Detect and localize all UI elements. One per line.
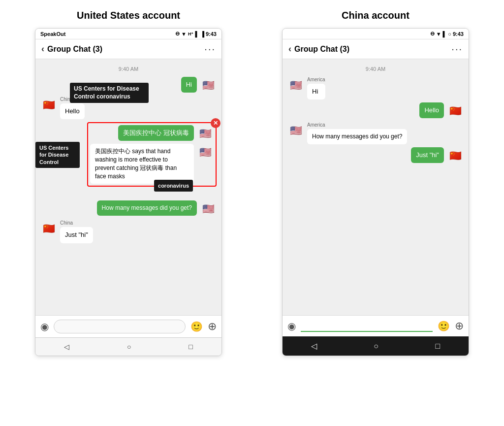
china-time: 9:43 <box>453 31 464 37</box>
us-plus-icon[interactable]: ⊕ <box>208 320 217 333</box>
us-msg-chinese-2-wrapper: 🇺🇸 美国疾控中心 says that hand washing is more… <box>90 144 214 184</box>
china-msg-content-howmany: America How many messages did you get? <box>307 122 407 144</box>
us-app-name: SpeakOut <box>40 31 65 37</box>
us-nav-home-btn[interactable]: ○ <box>127 343 131 351</box>
us-emoji-icon[interactable]: 🙂 <box>190 321 203 332</box>
us-back-button[interactable]: ‹ <box>41 44 44 54</box>
us-msg-justhi: 🇨🇳 China Just "hi" <box>40 220 217 243</box>
us-chat-area: 9:40 AM 🇺🇸 Hi 🇨🇳 China Hello US Centers <box>35 59 221 315</box>
us-signal-icon: ▌ <box>195 31 199 37</box>
us-status-bar: SpeakOut ⊖ ▼ H⁺ ▌ ▐ 9:43 <box>35 29 221 39</box>
us-msg-content-justhi: China Just "hi" <box>60 220 93 243</box>
us-avatar-3: 🇺🇸 <box>197 144 214 161</box>
china-status-bar: ⊖ ▼ ▌ ○ 9:43 <box>283 29 469 39</box>
us-wifi-icon: ▼ <box>181 31 187 37</box>
us-avatar-china-2: 🇨🇳 <box>40 220 57 237</box>
us-avatar-4: 🇺🇸 <box>200 200 217 217</box>
china-signal-icon: ▌ <box>443 31 447 37</box>
china-back-button[interactable]: ‹ <box>288 44 291 54</box>
us-bubble-chinese-1: 美国疾控中心 冠状病毒 <box>118 125 194 141</box>
us-msg-chinese-1: 🇺🇸 美国疾控中心 冠状病毒 <box>90 125 214 142</box>
china-avatar-cn-1: 🇨🇳 <box>447 102 464 119</box>
china-wifi-icon: ▼ <box>436 31 441 37</box>
us-nav-bar: ‹ Group Chat (3) ··· <box>35 39 221 59</box>
china-msg-hi: 🇺🇸 America Hi <box>287 77 464 99</box>
us-phone: SpeakOut ⊖ ▼ H⁺ ▌ ▐ 9:43 ‹ Group Chat (3… <box>35 28 222 356</box>
china-msg-content-hi: America Hi <box>307 77 325 99</box>
china-msg-justhi: 🇨🇳 Just "hi" <box>287 147 464 164</box>
us-bubble-hi: Hi <box>181 77 197 93</box>
us-avatar-2: 🇺🇸 <box>197 125 214 142</box>
us-no-icon: ⊖ <box>175 31 180 37</box>
china-bubble-justhi: Just "hi" <box>411 147 444 163</box>
china-nav-left: ‹ Group Chat (3) <box>288 44 349 54</box>
china-timestamp: 9:40 AM <box>287 66 464 72</box>
china-emoji-icon[interactable]: 🙂 <box>438 320 450 332</box>
us-annotation-coronavirus: coronavirus <box>154 180 193 192</box>
us-avatar-1: 🇺🇸 <box>200 77 217 94</box>
china-nav-dots[interactable]: ··· <box>451 43 463 55</box>
us-annotation-left: US Centers for Disease Control <box>35 142 80 168</box>
us-nav-back-btn[interactable]: ◁ <box>64 343 69 351</box>
us-status-icons: ⊖ ▼ H⁺ ▌ ▐ 9:43 <box>175 31 217 37</box>
us-nav-dots[interactable]: ··· <box>204 43 216 55</box>
us-time: 9:43 <box>206 31 217 37</box>
us-android-nav: ◁ ○ □ <box>35 337 221 356</box>
china-avatar-usa-1: 🇺🇸 <box>287 77 304 94</box>
us-input-bar: ◉ 🙂 ⊕ <box>35 315 221 337</box>
us-chat-title: Group Chat (3) <box>47 45 102 54</box>
china-message-input[interactable] <box>303 322 431 329</box>
us-nav-recents-btn[interactable]: □ <box>189 343 192 351</box>
china-bubble-hello: Hello <box>419 102 444 118</box>
us-bubble-hello: Hello <box>60 103 85 119</box>
us-china-label-2: China <box>60 220 93 226</box>
china-nav-recents-btn[interactable]: □ <box>436 342 441 351</box>
china-avatar-cn-2: 🇨🇳 <box>447 147 464 164</box>
us-msg-howmany: 🇺🇸 How many messages did you get? <box>40 200 217 217</box>
us-bubble-howmany: How many messages did you get? <box>97 200 197 216</box>
china-status-icons: ⊖ ▼ ▌ ○ 9:43 <box>430 31 464 37</box>
china-msg-howmany: 🇺🇸 America How many messages did you get… <box>287 122 464 144</box>
china-no-icon: ⊖ <box>430 31 435 37</box>
china-america-label-1: America <box>307 77 325 82</box>
us-annotated-block: US Centers for Disease Control ✕ 🇺🇸 美国疾控… <box>87 122 217 187</box>
us-msg-hello: 🇨🇳 China Hello US Centers for Disease Co… <box>40 97 217 119</box>
us-nav-left: ‹ Group Chat (3) <box>41 44 102 54</box>
china-chat-area: 9:40 AM 🇺🇸 America Hi 🇨🇳 Hello 🇺🇸 <box>283 59 469 315</box>
us-red-border: ✕ 🇺🇸 美国疾控中心 冠状病毒 🇺🇸 美国疾控中心 says tha <box>87 122 217 187</box>
us-message-input[interactable] <box>54 320 186 333</box>
china-android-nav: ◁ ○ □ <box>283 336 469 356</box>
china-input-bar: ◉ 🙂 ⊕ <box>283 315 469 336</box>
us-avatar-china-1: 🇨🇳 <box>40 97 57 113</box>
us-h-icon: H⁺ <box>188 32 194 36</box>
us-column-title: United States account <box>77 10 180 21</box>
china-phone: ⊖ ▼ ▌ ○ 9:43 ‹ Group Chat (3) ··· 9:40 A… <box>282 28 469 356</box>
china-nav-home-btn[interactable]: ○ <box>374 342 378 351</box>
china-nav-bar: ‹ Group Chat (3) ··· <box>283 39 469 59</box>
china-input-field-wrapper <box>301 320 433 332</box>
china-column-title: China account <box>342 10 410 21</box>
us-bubble-justhi: Just "hi" <box>60 227 93 243</box>
us-msg-chinese-2: 🇺🇸 美国疾控中心 says that hand washing is more… <box>90 144 214 184</box>
us-mic-icon[interactable]: ◉ <box>40 321 49 332</box>
us-close-button[interactable]: ✕ <box>211 118 220 128</box>
us-battery-icon: ▐ <box>200 31 204 37</box>
china-bubble-howmany: How many messages did you get? <box>307 129 407 144</box>
china-battery-icon: ○ <box>448 31 451 37</box>
us-bubble-chinese-2: 美国疾控中心 says that hand washing is more ef… <box>90 144 194 184</box>
us-account-column: United States account SpeakOut ⊖ ▼ H⁺ ▌ … <box>15 10 242 356</box>
us-annotation-top: US Centers for Disease Control coronavir… <box>70 83 149 103</box>
china-america-label-2: America <box>307 122 407 128</box>
china-account-column: China account ⊖ ▼ ▌ ○ 9:43 ‹ Group Chat … <box>262 10 489 356</box>
china-plus-icon[interactable]: ⊕ <box>455 320 464 332</box>
china-bubble-hi: Hi <box>307 84 325 99</box>
china-mic-icon[interactable]: ◉ <box>287 320 296 332</box>
china-chat-title: Group Chat (3) <box>294 45 349 54</box>
china-avatar-usa-2: 🇺🇸 <box>287 122 304 139</box>
us-timestamp: 9:40 AM <box>40 66 217 72</box>
china-msg-hello: 🇨🇳 Hello <box>287 102 464 119</box>
china-nav-back-btn[interactable]: ◁ <box>311 341 317 351</box>
